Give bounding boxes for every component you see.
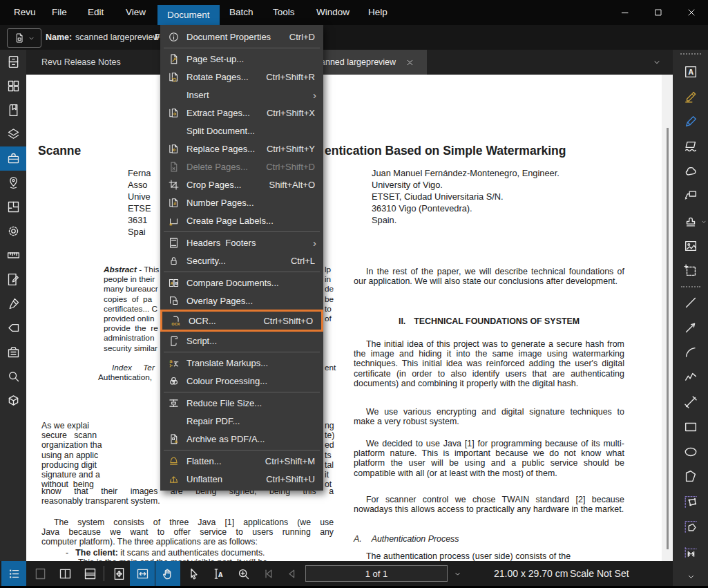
menu-item-security[interactable]: Security...Ctrl+L [160, 252, 323, 269]
scale-status[interactable]: Scale Not Set [570, 561, 629, 586]
menubar-tools[interactable]: Tools [273, 0, 295, 25]
maximize-button[interactable] [648, 5, 669, 20]
document-text: 36310 Vigo (Pontevedra). [372, 203, 472, 214]
bottombar-markups-list-toggle[interactable] [1, 561, 26, 586]
unflatten-icon [168, 473, 180, 485]
menubar-file[interactable]: File [52, 0, 67, 25]
bottombar-split-view-vertical[interactable] [52, 561, 77, 586]
tab-revu-release-notes[interactable]: Revu Release Notes [33, 50, 166, 75]
places-pin-icon [6, 176, 21, 190]
tool-squiggly-tool[interactable] [673, 134, 708, 159]
menu-item-document-properties[interactable]: Document PropertiesCtrl+D [160, 28, 323, 46]
menu-item-script[interactable]: Script... [160, 332, 323, 350]
menubar-edit[interactable]: Edit [88, 0, 104, 25]
tool-arrow-tool[interactable] [673, 315, 708, 340]
menu-item-headers-footers[interactable]: Headers Footers› [160, 234, 323, 252]
sidebar-tab-tool-chest[interactable] [0, 146, 26, 171]
tool-rectangle-tool[interactable] [673, 415, 708, 439]
menu-item-reduce-file-size[interactable]: Reduce File Size... [160, 394, 323, 412]
tool-dropdown-chevron[interactable] [700, 218, 707, 225]
sidebar-tab-calibration[interactable] [0, 292, 26, 316]
tool-stamp-tool[interactable] [673, 209, 708, 234]
menu-item-replace-pages[interactable]: Replace Pages...Ctrl+Shift+Y [160, 140, 323, 158]
document-switcher-button[interactable] [7, 28, 41, 48]
tool-snapshot-tool[interactable] [673, 258, 708, 283]
menubar-help[interactable]: Help [368, 0, 388, 25]
split-vertical-icon [58, 567, 73, 581]
bottombar-select-text-tool[interactable]: A [206, 561, 231, 586]
tool-cloud-tool[interactable] [673, 159, 708, 184]
page-list-chevron[interactable] [450, 567, 464, 580]
tool-line-tool[interactable] [673, 290, 708, 315]
close-button[interactable] [681, 5, 702, 20]
menu-item-translate-markups[interactable]: aTranslate Markups... [160, 354, 323, 372]
tool-callout-tool[interactable] [673, 184, 708, 209]
sidebar-tab-spaces[interactable] [0, 195, 26, 219]
sidebar-tab-measurements[interactable] [0, 243, 26, 267]
menubar-batch[interactable]: Batch [229, 0, 253, 25]
minimize-icon [620, 7, 631, 18]
tab-overflow-chevron[interactable] [649, 55, 664, 69]
sidebar-tab-3d-model[interactable] [0, 388, 26, 412]
menu-item-insert[interactable]: Insert› [160, 86, 323, 104]
sidebar-tab-bookmarks[interactable] [0, 98, 26, 122]
tool-dimension-tool[interactable] [673, 390, 708, 415]
menu-item-number-pages[interactable]: #Number Pages... [160, 193, 323, 211]
sidebar-tab-markup-summary[interactable] [0, 267, 26, 292]
tab-scanned-largepreview[interactable]: anned largepreview [312, 50, 427, 75]
menu-item-flatten[interactable]: Flatten...Ctrl+Shift+M [160, 452, 323, 470]
bottombar-split-view-horizontal[interactable] [77, 561, 102, 586]
menubar-revu[interactable]: Revu [14, 0, 36, 25]
document-canvas[interactable]: Scanneentication Based on Simple Waterma… [26, 75, 673, 561]
menu-item-rotate-pages[interactable]: Rotate Pages...Ctrl+Shift+R [160, 68, 323, 86]
bottombar-zoom-tool[interactable] [231, 561, 256, 586]
more-tools-chevron[interactable] [680, 568, 701, 585]
sidebar-tab-properties[interactable] [0, 219, 26, 243]
tool-arc-tool[interactable] [673, 340, 708, 365]
sidebar-tab-layers[interactable] [0, 122, 26, 146]
bottombar-fit-width[interactable] [130, 561, 155, 586]
tab-close-button[interactable] [405, 58, 414, 67]
sidebar-tab-places[interactable] [0, 171, 26, 195]
menu-item-split-document[interactable]: Split Document... [160, 122, 323, 140]
menu-item-repair-pdf[interactable]: Repair PDF... [160, 412, 323, 430]
menu-item-overlay-pages[interactable]: Overlay Pages... [160, 292, 323, 310]
bottombar-pan-tool[interactable] [155, 561, 180, 586]
menu-item-icon-slot [160, 455, 186, 467]
tool-measure-length-tool[interactable] [673, 539, 708, 564]
page-size-status[interactable]: 21.00 x 29.70 cm [494, 561, 568, 586]
sidebar-tab-search[interactable] [0, 364, 26, 388]
menu-item-crop-pages[interactable]: Crop Pages...Shift+Alt+O [160, 176, 323, 193]
menu-item-compare-documents[interactable]: ABCompare Documents... [160, 274, 323, 292]
page-indicator-box[interactable]: 1 of 1 [305, 565, 448, 582]
tool-ellipse-tool[interactable] [673, 439, 708, 464]
bottombar-select-tool[interactable] [181, 561, 206, 586]
minimize-button[interactable] [615, 5, 635, 20]
bottombar-fit-page[interactable] [106, 561, 131, 586]
sidebar-tab-thumbnails[interactable] [0, 74, 26, 98]
scrollbar-thumb[interactable] [667, 128, 669, 549]
menu-item-archive-as-pdf-a[interactable]: AArchive as PDF/A... [160, 430, 323, 448]
tool-pen-tool[interactable] [673, 109, 708, 134]
tool-measure-perimeter-tool[interactable] [673, 489, 708, 514]
document-text: ed [325, 440, 334, 450]
security-lock-icon [168, 255, 180, 267]
menu-item-unflatten[interactable]: UnflattenCtrl+Shift+U [160, 470, 323, 488]
sidebar-tab-sets[interactable] [0, 340, 26, 364]
tool-measure-area-tool[interactable] [673, 514, 708, 539]
tool-polygon-tool[interactable] [673, 464, 708, 489]
tool-text-box-tool[interactable]: A [673, 59, 708, 84]
tool-highlight-tool[interactable] [673, 84, 708, 109]
menu-item-create-page-labels[interactable]: Create Page Labels... [160, 211, 323, 229]
menubar-view[interactable]: View [126, 0, 146, 25]
tool-polyline-tool[interactable] [673, 365, 708, 390]
tool-image-tool[interactable] [673, 234, 708, 258]
menubar-document[interactable]: Document [157, 5, 220, 25]
sidebar-tab-flags[interactable] [0, 316, 26, 340]
menu-item-colour-processing[interactable]: Colour Processing... [160, 372, 323, 390]
menu-item-extract-pages[interactable]: Extract Pages...Ctrl+Shift+X [160, 104, 323, 122]
sidebar-tab-file-access[interactable] [0, 50, 26, 74]
menu-item-ocr[interactable]: OCROCR...Ctrl+Shift+O [160, 310, 323, 332]
menu-item-page-set-up[interactable]: Page Set-up... [160, 50, 323, 68]
menubar-window[interactable]: Window [316, 0, 350, 25]
